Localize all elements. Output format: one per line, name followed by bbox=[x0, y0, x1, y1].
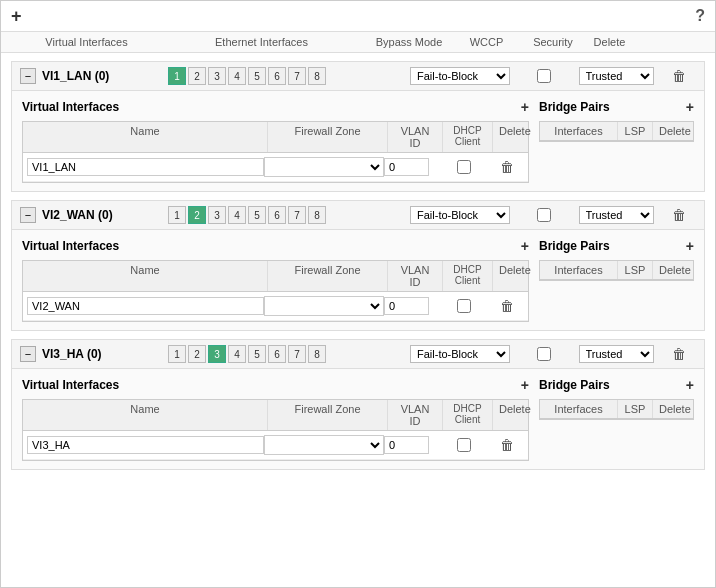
vi-body-header-vi1: Virtual Interfaces + bbox=[22, 99, 529, 115]
eth-btn-vi1-4[interactable]: 4 bbox=[228, 67, 246, 85]
th-name-vi3: Name bbox=[23, 400, 268, 430]
eth-btn-vi2-6[interactable]: 6 bbox=[268, 206, 286, 224]
eth-btn-vi3-6[interactable]: 6 bbox=[268, 345, 286, 363]
dhcp-checkbox-vi3[interactable] bbox=[457, 438, 471, 452]
trash-icon-vi-vi2 bbox=[672, 207, 686, 223]
eth-btn-vi1-5[interactable]: 5 bbox=[248, 67, 266, 85]
bridge-header-vi2: Bridge Pairs + bbox=[539, 238, 694, 254]
vi-name-vi2: VI2_WAN (0) bbox=[42, 208, 162, 222]
vi-body-header-vi3: Virtual Interfaces + bbox=[22, 377, 529, 393]
add-bridge-btn-vi1[interactable]: + bbox=[686, 99, 694, 115]
eth-btn-vi2-1[interactable]: 1 bbox=[168, 206, 186, 224]
bridge-pairs-title-vi3: Bridge Pairs bbox=[539, 378, 610, 392]
vi-name-vi3: VI3_HA (0) bbox=[42, 347, 162, 361]
left-table-vi1: Name Firewall Zone VLAN ID DHCPClient De… bbox=[22, 121, 529, 183]
eth-btn-vi1-2[interactable]: 2 bbox=[188, 67, 206, 85]
delete-vi-btn-vi2[interactable] bbox=[672, 207, 686, 223]
th-name-vi1: Name bbox=[23, 122, 268, 152]
add-vi-btn-vi1[interactable]: + bbox=[521, 99, 529, 115]
wccp-checkbox-vi2[interactable] bbox=[537, 208, 551, 222]
vi-body-content-vi1: Virtual Interfaces + Name Firewall Zone … bbox=[22, 99, 694, 183]
virtual-interfaces-title-vi3: Virtual Interfaces bbox=[22, 378, 119, 392]
eth-btn-vi2-5[interactable]: 5 bbox=[248, 206, 266, 224]
delete-row-btn-vi3[interactable] bbox=[500, 437, 514, 453]
name-input-vi2[interactable] bbox=[27, 297, 264, 315]
add-bridge-btn-vi2[interactable]: + bbox=[686, 238, 694, 254]
eth-btn-vi2-2[interactable]: 2 bbox=[188, 206, 206, 224]
eth-btn-vi1-1[interactable]: 1 bbox=[168, 67, 186, 85]
collapse-btn-vi3[interactable]: − bbox=[20, 346, 36, 362]
right-table-vi3: Interfaces LSP Delete bbox=[539, 399, 694, 420]
eth-buttons-vi1: 12345678 bbox=[168, 67, 326, 85]
col-header-delete: Delete bbox=[592, 36, 627, 48]
bypass-select-vi3[interactable]: Fail-to-BlockFail-to-Wire bbox=[410, 345, 510, 363]
bridge-pairs-title-vi1: Bridge Pairs bbox=[539, 100, 610, 114]
eth-btn-vi3-1[interactable]: 1 bbox=[168, 345, 186, 363]
eth-btn-vi2-4[interactable]: 4 bbox=[228, 206, 246, 224]
eth-btn-vi2-7[interactable]: 7 bbox=[288, 206, 306, 224]
bypass-select-vi2[interactable]: Fail-to-BlockFail-to-Wire bbox=[410, 206, 510, 224]
bridge-header-row-vi3: Interfaces LSP Delete bbox=[540, 400, 693, 419]
eth-buttons-vi2: 12345678 bbox=[168, 206, 326, 224]
add-bridge-btn-vi3[interactable]: + bbox=[686, 377, 694, 393]
vlan-input-vi1[interactable] bbox=[384, 158, 429, 176]
th-zone-vi2: Firewall Zone bbox=[268, 261, 388, 291]
left-table-vi2: Name Firewall Zone VLAN ID DHCPClient De… bbox=[22, 260, 529, 322]
bridge-th-iface-vi3: Interfaces bbox=[540, 400, 618, 418]
zone-select-vi2[interactable] bbox=[264, 296, 384, 316]
table-header-vi3: Name Firewall Zone VLAN ID DHCPClient De… bbox=[23, 400, 528, 431]
eth-btn-vi3-2[interactable]: 2 bbox=[188, 345, 206, 363]
collapse-btn-vi2[interactable]: − bbox=[20, 207, 36, 223]
name-input-vi3[interactable] bbox=[27, 436, 264, 454]
right-panel-vi3: Bridge Pairs + Interfaces LSP Delete bbox=[539, 377, 694, 461]
zone-select-vi1[interactable] bbox=[264, 157, 384, 177]
add-vi-btn-vi2[interactable]: + bbox=[521, 238, 529, 254]
vi-sections-container: − VI1_LAN (0) 12345678 Fail-to-BlockFail… bbox=[1, 61, 715, 470]
vlan-input-vi2[interactable] bbox=[384, 297, 429, 315]
eth-btn-vi2-8[interactable]: 8 bbox=[308, 206, 326, 224]
bypass-select-vi1[interactable]: Fail-to-BlockFail-to-Wire bbox=[410, 67, 510, 85]
th-name-vi2: Name bbox=[23, 261, 268, 291]
dhcp-checkbox-vi1[interactable] bbox=[457, 160, 471, 174]
delete-row-btn-vi2[interactable] bbox=[500, 298, 514, 314]
add-vi-btn-vi3[interactable]: + bbox=[521, 377, 529, 393]
top-bar: + ? bbox=[1, 1, 715, 32]
eth-btn-vi3-5[interactable]: 5 bbox=[248, 345, 266, 363]
security-select-vi3[interactable]: TrustedUntrusted bbox=[579, 345, 654, 363]
right-panel-vi2: Bridge Pairs + Interfaces LSP Delete bbox=[539, 238, 694, 322]
eth-btn-vi2-3[interactable]: 3 bbox=[208, 206, 226, 224]
col-header-security: Security bbox=[514, 36, 592, 48]
th-zone-vi1: Firewall Zone bbox=[268, 122, 388, 152]
eth-btn-vi3-4[interactable]: 4 bbox=[228, 345, 246, 363]
wccp-checkbox-vi1[interactable] bbox=[537, 69, 551, 83]
eth-btn-vi3-7[interactable]: 7 bbox=[288, 345, 306, 363]
name-input-vi1[interactable] bbox=[27, 158, 264, 176]
eth-btn-vi3-3[interactable]: 3 bbox=[208, 345, 226, 363]
table-row bbox=[23, 431, 528, 460]
virtual-interfaces-title-vi1: Virtual Interfaces bbox=[22, 100, 119, 114]
zone-select-vi3[interactable] bbox=[264, 435, 384, 455]
bridge-header-row-vi2: Interfaces LSP Delete bbox=[540, 261, 693, 280]
wccp-checkbox-vi3[interactable] bbox=[537, 347, 551, 361]
delete-row-btn-vi1[interactable] bbox=[500, 159, 514, 175]
eth-btn-vi1-3[interactable]: 3 bbox=[208, 67, 226, 85]
eth-btn-vi1-7[interactable]: 7 bbox=[288, 67, 306, 85]
security-select-vi1[interactable]: TrustedUntrusted bbox=[579, 67, 654, 85]
delete-vi-btn-vi3[interactable] bbox=[672, 346, 686, 362]
help-button[interactable]: ? bbox=[695, 7, 705, 25]
dhcp-checkbox-vi2[interactable] bbox=[457, 299, 471, 313]
col-header-virtual: Virtual Interfaces bbox=[9, 36, 164, 48]
th-zone-vi3: Firewall Zone bbox=[268, 400, 388, 430]
eth-btn-vi1-6[interactable]: 6 bbox=[268, 67, 286, 85]
collapse-btn-vi1[interactable]: − bbox=[20, 68, 36, 84]
security-select-vi2[interactable]: TrustedUntrusted bbox=[579, 206, 654, 224]
vi-section-vi1: − VI1_LAN (0) 12345678 Fail-to-BlockFail… bbox=[11, 61, 705, 192]
add-button[interactable]: + bbox=[11, 7, 22, 25]
vlan-input-vi3[interactable] bbox=[384, 436, 429, 454]
trash-icon bbox=[500, 159, 514, 175]
eth-btn-vi1-8[interactable]: 8 bbox=[308, 67, 326, 85]
delete-vi-btn-vi1[interactable] bbox=[672, 68, 686, 84]
eth-btn-vi3-8[interactable]: 8 bbox=[308, 345, 326, 363]
bridge-th-del-vi1: Delete bbox=[653, 122, 693, 140]
column-headers: Virtual Interfaces Ethernet Interfaces B… bbox=[1, 32, 715, 53]
